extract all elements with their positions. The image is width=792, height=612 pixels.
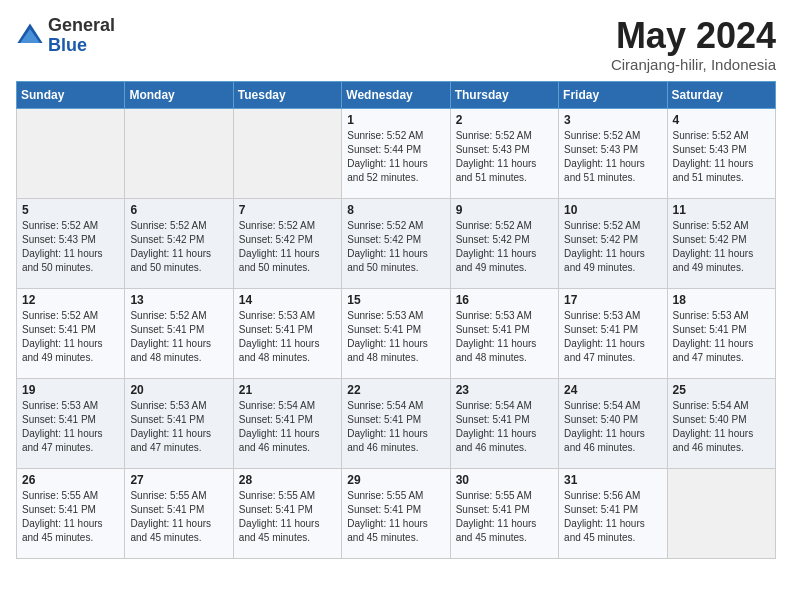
cell-content: Sunrise: 5:54 AM Sunset: 5:41 PM Dayligh… xyxy=(456,399,553,455)
cell-content: Sunrise: 5:55 AM Sunset: 5:41 PM Dayligh… xyxy=(456,489,553,545)
day-number: 23 xyxy=(456,383,553,397)
table-row: 22Sunrise: 5:54 AM Sunset: 5:41 PM Dayli… xyxy=(342,378,450,468)
day-number: 26 xyxy=(22,473,119,487)
table-row xyxy=(125,108,233,198)
table-row: 23Sunrise: 5:54 AM Sunset: 5:41 PM Dayli… xyxy=(450,378,558,468)
col-friday: Friday xyxy=(559,81,667,108)
calendar-week-row: 26Sunrise: 5:55 AM Sunset: 5:41 PM Dayli… xyxy=(17,468,776,558)
table-row: 13Sunrise: 5:52 AM Sunset: 5:41 PM Dayli… xyxy=(125,288,233,378)
table-row: 21Sunrise: 5:54 AM Sunset: 5:41 PM Dayli… xyxy=(233,378,341,468)
day-number: 8 xyxy=(347,203,444,217)
day-number: 29 xyxy=(347,473,444,487)
day-number: 2 xyxy=(456,113,553,127)
table-row: 19Sunrise: 5:53 AM Sunset: 5:41 PM Dayli… xyxy=(17,378,125,468)
col-saturday: Saturday xyxy=(667,81,775,108)
month-title: May 2024 xyxy=(611,16,776,56)
logo-general-text: General xyxy=(48,16,115,36)
day-number: 4 xyxy=(673,113,770,127)
table-row: 30Sunrise: 5:55 AM Sunset: 5:41 PM Dayli… xyxy=(450,468,558,558)
cell-content: Sunrise: 5:52 AM Sunset: 5:43 PM Dayligh… xyxy=(22,219,119,275)
table-row: 4Sunrise: 5:52 AM Sunset: 5:43 PM Daylig… xyxy=(667,108,775,198)
table-row: 9Sunrise: 5:52 AM Sunset: 5:42 PM Daylig… xyxy=(450,198,558,288)
table-row xyxy=(17,108,125,198)
table-row: 27Sunrise: 5:55 AM Sunset: 5:41 PM Dayli… xyxy=(125,468,233,558)
cell-content: Sunrise: 5:55 AM Sunset: 5:41 PM Dayligh… xyxy=(239,489,336,545)
table-row xyxy=(233,108,341,198)
table-row: 15Sunrise: 5:53 AM Sunset: 5:41 PM Dayli… xyxy=(342,288,450,378)
cell-content: Sunrise: 5:54 AM Sunset: 5:40 PM Dayligh… xyxy=(564,399,661,455)
day-number: 6 xyxy=(130,203,227,217)
day-number: 21 xyxy=(239,383,336,397)
day-number: 20 xyxy=(130,383,227,397)
calendar-header-row: Sunday Monday Tuesday Wednesday Thursday… xyxy=(17,81,776,108)
cell-content: Sunrise: 5:52 AM Sunset: 5:43 PM Dayligh… xyxy=(673,129,770,185)
day-number: 7 xyxy=(239,203,336,217)
cell-content: Sunrise: 5:53 AM Sunset: 5:41 PM Dayligh… xyxy=(347,309,444,365)
cell-content: Sunrise: 5:52 AM Sunset: 5:42 PM Dayligh… xyxy=(347,219,444,275)
day-number: 15 xyxy=(347,293,444,307)
day-number: 30 xyxy=(456,473,553,487)
table-row: 29Sunrise: 5:55 AM Sunset: 5:41 PM Dayli… xyxy=(342,468,450,558)
title-section: May 2024 Ciranjang-hilir, Indonesia xyxy=(611,16,776,73)
day-number: 27 xyxy=(130,473,227,487)
table-row: 8Sunrise: 5:52 AM Sunset: 5:42 PM Daylig… xyxy=(342,198,450,288)
table-row: 31Sunrise: 5:56 AM Sunset: 5:41 PM Dayli… xyxy=(559,468,667,558)
table-row xyxy=(667,468,775,558)
cell-content: Sunrise: 5:52 AM Sunset: 5:41 PM Dayligh… xyxy=(22,309,119,365)
cell-content: Sunrise: 5:53 AM Sunset: 5:41 PM Dayligh… xyxy=(673,309,770,365)
day-number: 17 xyxy=(564,293,661,307)
cell-content: Sunrise: 5:54 AM Sunset: 5:41 PM Dayligh… xyxy=(347,399,444,455)
day-number: 12 xyxy=(22,293,119,307)
day-number: 3 xyxy=(564,113,661,127)
cell-content: Sunrise: 5:52 AM Sunset: 5:42 PM Dayligh… xyxy=(456,219,553,275)
col-tuesday: Tuesday xyxy=(233,81,341,108)
cell-content: Sunrise: 5:53 AM Sunset: 5:41 PM Dayligh… xyxy=(456,309,553,365)
table-row: 3Sunrise: 5:52 AM Sunset: 5:43 PM Daylig… xyxy=(559,108,667,198)
cell-content: Sunrise: 5:52 AM Sunset: 5:42 PM Dayligh… xyxy=(673,219,770,275)
calendar-week-row: 12Sunrise: 5:52 AM Sunset: 5:41 PM Dayli… xyxy=(17,288,776,378)
cell-content: Sunrise: 5:53 AM Sunset: 5:41 PM Dayligh… xyxy=(22,399,119,455)
day-number: 28 xyxy=(239,473,336,487)
cell-content: Sunrise: 5:56 AM Sunset: 5:41 PM Dayligh… xyxy=(564,489,661,545)
day-number: 19 xyxy=(22,383,119,397)
table-row: 10Sunrise: 5:52 AM Sunset: 5:42 PM Dayli… xyxy=(559,198,667,288)
day-number: 31 xyxy=(564,473,661,487)
location-subtitle: Ciranjang-hilir, Indonesia xyxy=(611,56,776,73)
calendar-table: Sunday Monday Tuesday Wednesday Thursday… xyxy=(16,81,776,559)
col-thursday: Thursday xyxy=(450,81,558,108)
page-header: General Blue May 2024 Ciranjang-hilir, I… xyxy=(16,16,776,73)
table-row: 20Sunrise: 5:53 AM Sunset: 5:41 PM Dayli… xyxy=(125,378,233,468)
day-number: 14 xyxy=(239,293,336,307)
col-sunday: Sunday xyxy=(17,81,125,108)
day-number: 5 xyxy=(22,203,119,217)
col-monday: Monday xyxy=(125,81,233,108)
cell-content: Sunrise: 5:55 AM Sunset: 5:41 PM Dayligh… xyxy=(347,489,444,545)
cell-content: Sunrise: 5:55 AM Sunset: 5:41 PM Dayligh… xyxy=(22,489,119,545)
day-number: 25 xyxy=(673,383,770,397)
table-row: 7Sunrise: 5:52 AM Sunset: 5:42 PM Daylig… xyxy=(233,198,341,288)
cell-content: Sunrise: 5:53 AM Sunset: 5:41 PM Dayligh… xyxy=(130,399,227,455)
day-number: 18 xyxy=(673,293,770,307)
table-row: 18Sunrise: 5:53 AM Sunset: 5:41 PM Dayli… xyxy=(667,288,775,378)
day-number: 13 xyxy=(130,293,227,307)
cell-content: Sunrise: 5:52 AM Sunset: 5:41 PM Dayligh… xyxy=(130,309,227,365)
table-row: 6Sunrise: 5:52 AM Sunset: 5:42 PM Daylig… xyxy=(125,198,233,288)
table-row: 24Sunrise: 5:54 AM Sunset: 5:40 PM Dayli… xyxy=(559,378,667,468)
cell-content: Sunrise: 5:52 AM Sunset: 5:44 PM Dayligh… xyxy=(347,129,444,185)
cell-content: Sunrise: 5:52 AM Sunset: 5:42 PM Dayligh… xyxy=(564,219,661,275)
day-number: 11 xyxy=(673,203,770,217)
table-row: 26Sunrise: 5:55 AM Sunset: 5:41 PM Dayli… xyxy=(17,468,125,558)
cell-content: Sunrise: 5:54 AM Sunset: 5:41 PM Dayligh… xyxy=(239,399,336,455)
cell-content: Sunrise: 5:54 AM Sunset: 5:40 PM Dayligh… xyxy=(673,399,770,455)
logo-icon xyxy=(16,22,44,50)
cell-content: Sunrise: 5:52 AM Sunset: 5:43 PM Dayligh… xyxy=(564,129,661,185)
table-row: 12Sunrise: 5:52 AM Sunset: 5:41 PM Dayli… xyxy=(17,288,125,378)
cell-content: Sunrise: 5:52 AM Sunset: 5:42 PM Dayligh… xyxy=(130,219,227,275)
calendar-week-row: 5Sunrise: 5:52 AM Sunset: 5:43 PM Daylig… xyxy=(17,198,776,288)
col-wednesday: Wednesday xyxy=(342,81,450,108)
table-row: 5Sunrise: 5:52 AM Sunset: 5:43 PM Daylig… xyxy=(17,198,125,288)
table-row: 17Sunrise: 5:53 AM Sunset: 5:41 PM Dayli… xyxy=(559,288,667,378)
logo-blue-text: Blue xyxy=(48,36,115,56)
table-row: 1Sunrise: 5:52 AM Sunset: 5:44 PM Daylig… xyxy=(342,108,450,198)
cell-content: Sunrise: 5:53 AM Sunset: 5:41 PM Dayligh… xyxy=(239,309,336,365)
